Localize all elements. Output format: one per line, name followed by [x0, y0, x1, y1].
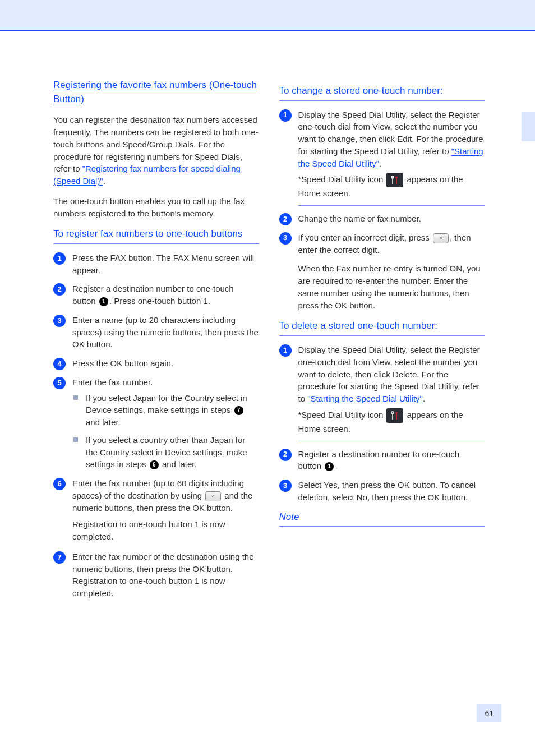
- left-column: Registering the favorite fax numbers (On…: [53, 79, 259, 606]
- section-thumb-tab: [522, 112, 535, 141]
- step-6: 6 Enter the fax number (up to 60 digits …: [53, 477, 259, 543]
- link-start-utility-2[interactable]: "Starting the Speed Dial Utility": [307, 394, 423, 403]
- intro-paragraph-1: You can register the destination fax num…: [53, 114, 259, 187]
- note-heading: Note: [279, 510, 485, 527]
- step-4: 4 Press the OK button again.: [53, 357, 259, 370]
- step-3: 3 Enter a name (up to 20 characters incl…: [53, 314, 259, 351]
- step-2: 2 Register a destination number to one-t…: [53, 283, 259, 307]
- step-number-icon: 1: [279, 109, 292, 122]
- delete-step-2: 2 Register a destination number to one-t…: [279, 448, 485, 473]
- step-5-sub-2: If you select a country other than Japan…: [72, 434, 259, 471]
- step-number-icon: 2: [53, 283, 66, 296]
- delete-step-3: 3 Select Yes, then press the OK button. …: [279, 479, 485, 504]
- step-number-icon: 4: [53, 358, 66, 370]
- subhead-delete-one-touch: To delete a stored one-touch number:: [279, 319, 485, 336]
- utility-icon-note-2: *Speed Dial Utility icon appears on the …: [298, 408, 485, 435]
- inline-ref-icon: 1: [99, 297, 108, 306]
- step-number-icon: 2: [279, 213, 292, 225]
- backspace-key-icon: [433, 233, 449, 243]
- page-header-band: [0, 0, 535, 31]
- delete-steps: 1 Display the Speed Dial Utility, select…: [279, 344, 485, 504]
- intro-paragraph-2: The one-touch button enables you to call…: [53, 195, 259, 220]
- step-number-icon: 2: [279, 449, 292, 461]
- divider: [298, 441, 485, 441]
- step-5-sub-1: If you select Japan for the Country sele…: [72, 392, 259, 428]
- change-step-2: 2 Change the name or fax number.: [279, 213, 485, 225]
- section-heading-register: Registering the favorite fax numbers (On…: [53, 79, 259, 106]
- step-number-icon: 5: [53, 377, 66, 389]
- step-number-icon: 3: [53, 315, 66, 327]
- step-number-icon: 3: [279, 480, 292, 492]
- change-step-3: 3 If you enter an incorrect digit, press…: [279, 232, 485, 256]
- change-step-1: 1 Display the Speed Dial Utility, select…: [279, 109, 485, 206]
- step-number-icon: 6: [53, 478, 66, 490]
- step-5: 5 Enter the fax number. If you select Ja…: [53, 376, 259, 471]
- step-5-sublist: If you select Japan for the Country sele…: [72, 392, 259, 471]
- right-column: To change a stored one-touch number: 1 D…: [279, 79, 485, 606]
- step-number-icon: 1: [53, 252, 66, 265]
- step-number-icon: 1: [279, 344, 292, 357]
- page-number: 61: [477, 704, 501, 722]
- subhead-register-one-touch: To register fax numbers to one-touch but…: [53, 227, 259, 244]
- page-content: Registering the favorite fax numbers (On…: [0, 31, 535, 606]
- inline-ref-icon: 6: [150, 460, 159, 469]
- inline-ref-icon: 1: [325, 462, 334, 471]
- step-number-icon: 7: [53, 551, 66, 564]
- delete-step-1: 1 Display the Speed Dial Utility, select…: [279, 344, 485, 441]
- inline-ref-icon: 7: [234, 406, 243, 415]
- change-steps: 1 Display the Speed Dial Utility, select…: [279, 109, 485, 256]
- subhead-change-one-touch: To change a stored one-touch number:: [279, 84, 485, 101]
- speed-dial-utility-icon: [386, 173, 403, 187]
- step-6-followup: Registration to one-touch button 1 is no…: [72, 518, 259, 543]
- register-steps: 1 Press the FAX button. The FAX Menu scr…: [53, 252, 259, 600]
- utility-icon-note-1: *Speed Dial Utility icon appears on the …: [298, 173, 485, 200]
- step-number-icon: 3: [279, 232, 292, 245]
- re-entry-note: When the Fax number re-entry is turned O…: [298, 262, 485, 311]
- divider: [298, 205, 485, 206]
- backspace-key-icon: [205, 491, 221, 501]
- step-7: 7 Enter the fax number of the destinatio…: [53, 551, 259, 600]
- speed-dial-utility-icon: [386, 408, 403, 423]
- step-1: 1 Press the FAX button. The FAX Menu scr…: [53, 252, 259, 276]
